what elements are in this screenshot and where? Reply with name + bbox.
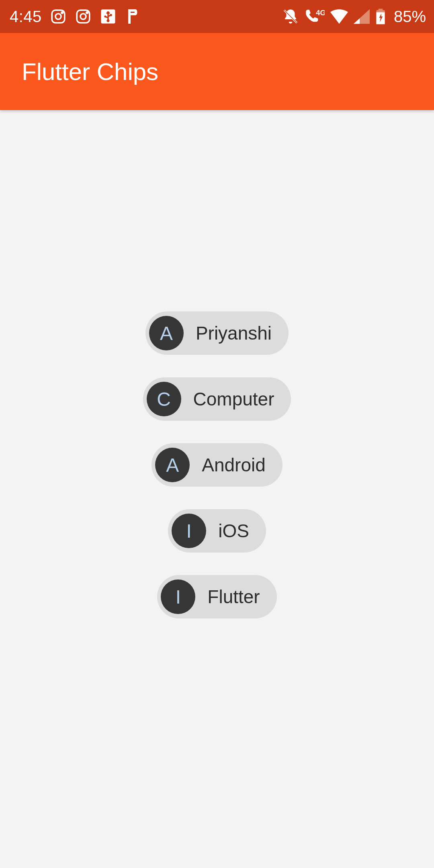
svg-rect-8 [110,14,112,16]
svg-point-5 [86,12,88,14]
battery-charging-icon [375,8,386,25]
chip-ios[interactable]: I iOS [168,509,266,553]
content-area: A Priyanshi C Computer A Android I iOS I… [0,110,434,868]
status-left: 4:45 [10,8,139,26]
instagram-icon [75,8,92,25]
wifi-icon [330,9,348,24]
svg-point-7 [104,15,106,17]
usb-icon [100,8,117,25]
chip-computer[interactable]: C Computer [143,377,291,421]
battery-percentage: 85% [394,8,426,26]
chip-label: Priyanshi [196,322,272,344]
phone-4g-icon: 4G [305,8,325,25]
chip-avatar: I [161,579,195,614]
chip-avatar: A [155,448,190,482]
status-bar: 4:45 [0,0,434,33]
svg-point-4 [80,14,86,19]
svg-point-9 [106,19,109,22]
svg-rect-14 [379,9,383,11]
chip-avatar: A [149,316,184,350]
chip-priyanshi[interactable]: A Priyanshi [145,311,289,355]
notifications-off-icon [282,8,299,25]
status-right: 4G 85% [282,8,426,26]
chip-avatar: C [147,382,181,416]
p-app-icon [125,8,139,25]
instagram-icon [50,8,67,25]
app-title: Flutter Chips [22,58,158,86]
chip-list: A Priyanshi C Computer A Android I iOS I… [143,311,291,618]
status-time: 4:45 [10,8,42,26]
chip-flutter[interactable]: I Flutter [157,575,276,618]
chip-android[interactable]: A Android [151,443,283,487]
app-bar: Flutter Chips [0,33,434,110]
svg-point-2 [61,12,63,14]
svg-point-1 [55,14,61,19]
chip-label: iOS [218,520,249,542]
chip-label: Android [202,454,266,476]
svg-text:4G: 4G [316,8,325,17]
chip-avatar: I [172,514,206,548]
cellular-signal-icon [354,9,370,24]
chip-label: Flutter [207,586,260,608]
chip-label: Computer [193,388,274,410]
